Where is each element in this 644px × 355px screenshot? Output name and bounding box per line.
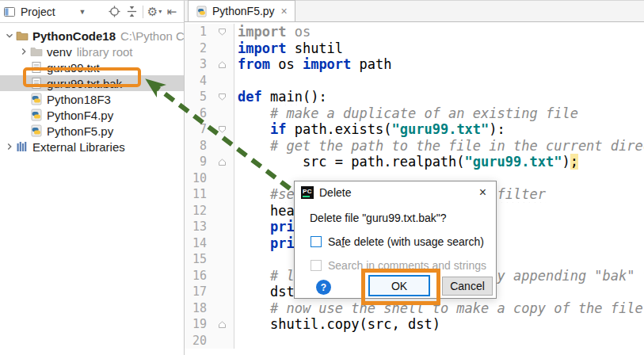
search-comments-checkbox: [311, 260, 322, 271]
code-text[interactable]: def main():: [234, 89, 644, 105]
fold-down-icon[interactable]: [210, 24, 234, 40]
ok-button[interactable]: OK: [368, 275, 430, 296]
tree-item-label: guru99.txt.bak: [47, 77, 122, 90]
fold-up-icon[interactable]: [210, 56, 234, 73]
code-text[interactable]: import os: [234, 24, 644, 40]
line-number: 16: [185, 268, 210, 284]
project-view-dropdown-icon[interactable]: ▼: [59, 8, 86, 16]
tree-item-guru99-txt[interactable]: guru99.txt: [0, 59, 184, 75]
fold-gutter: [210, 251, 234, 268]
pycharm-logo-icon: PC: [301, 186, 314, 199]
code-line-7[interactable]: 7 if path.exists("guru99.txt"):: [185, 121, 644, 138]
fold-down-icon[interactable]: [210, 121, 234, 138]
line-number: 17: [185, 284, 210, 300]
code-line-20[interactable]: 20: [185, 333, 644, 349]
python-icon: [30, 93, 43, 105]
code-text[interactable]: shutil.copy(src, dst): [234, 316, 644, 333]
tree-item-suffix: C:\Python Code\PythonCode18: [120, 29, 184, 43]
tree-item-python18f3[interactable]: Python18F3: [0, 91, 184, 107]
line-number: 4: [185, 73, 210, 90]
fold-gutter: [210, 105, 234, 122]
tree-item-label: venv: [47, 45, 72, 59]
code-text[interactable]: [234, 73, 644, 90]
code-text[interactable]: src = path.realpath("guru99.txt");: [234, 154, 644, 170]
line-number: 15: [185, 251, 210, 268]
line-number: 1: [185, 24, 210, 40]
dialog-title-bar[interactable]: PC Delete ×: [295, 181, 496, 204]
search-comments-label: Search in comments and strings: [328, 259, 486, 272]
project-tree: PythonCode18C:\Python Code\PythonCode18v…: [0, 23, 184, 155]
code-line-3[interactable]: 3from os import path: [185, 56, 644, 73]
collapse-all-icon[interactable]: [123, 4, 140, 20]
fold-down-icon[interactable]: [210, 89, 234, 105]
python-icon: [30, 109, 43, 121]
tab-pythonf5[interactable]: PythonF5.py ×: [188, 0, 295, 21]
tree-item-label: PythonF5.py: [47, 124, 113, 138]
code-line-1[interactable]: 1import os: [185, 24, 644, 40]
fold-gutter: [210, 333, 234, 349]
code-line-18[interactable]: 18 # now use the shell to make a copy of…: [185, 300, 644, 317]
help-button[interactable]: ?: [316, 280, 331, 295]
tab-close-icon[interactable]: ×: [281, 6, 288, 17]
code-text[interactable]: if path.exists("guru99.txt"):: [234, 121, 644, 138]
tree-item-venv[interactable]: venvlibrary root: [0, 44, 184, 59]
tree-item-external-libraries[interactable]: External Libraries: [0, 139, 184, 155]
folder-dim-icon: [30, 45, 43, 58]
tree-item-label: PythonF4.py: [47, 109, 113, 122]
chevron-down-icon[interactable]: [3, 29, 16, 42]
text-file-icon: [30, 77, 43, 90]
tree-item-pythonf4-py[interactable]: PythonF4.py: [0, 107, 184, 123]
fold-gutter: [210, 235, 234, 252]
line-number: 3: [185, 56, 210, 73]
line-number: 13: [185, 219, 210, 235]
fold-gutter: [210, 300, 234, 317]
dialog-message: Delete file "guru99.txt.bak"?: [310, 212, 496, 224]
line-number: 6: [185, 105, 210, 122]
folder-icon: [16, 29, 29, 42]
tab-label: PythonF5.py: [212, 5, 275, 17]
code-text[interactable]: [234, 333, 644, 349]
fold-gutter: [210, 219, 234, 235]
code-text[interactable]: from os import path: [234, 56, 644, 73]
code-text[interactable]: # now use the shell to make a copy of th…: [234, 300, 644, 317]
fold-up-icon[interactable]: [210, 154, 234, 170]
safe-delete-checkbox-row[interactable]: Safe delete (with usage search): [311, 235, 496, 248]
fold-gutter: [210, 73, 234, 90]
dialog-title: Delete: [319, 186, 351, 199]
tree-item-label: PythonCode18: [32, 29, 116, 43]
fold-gutter: [210, 40, 234, 57]
tree-item-label: guru99.txt: [47, 61, 100, 74]
project-panel: Project ▼ ⚙▾ ⇤ PythonCode18C:\Python Cod…: [0, 0, 185, 355]
code-line-4[interactable]: 4: [185, 73, 644, 90]
code-line-2[interactable]: 2import shutil: [185, 40, 644, 57]
line-number: 20: [185, 333, 210, 349]
line-number: 8: [185, 138, 210, 155]
tree-item-guru99-txt-bak[interactable]: guru99.txt.bak: [0, 75, 184, 91]
project-panel-header: Project ▼ ⚙▾ ⇤: [0, 1, 184, 23]
tree-item-pythoncode18[interactable]: PythonCode18C:\Python Code\PythonCode18: [0, 28, 184, 44]
code-text[interactable]: # make a duplicate of an existing file: [234, 105, 644, 122]
chevron-right-icon[interactable]: [17, 45, 30, 58]
code-line-9[interactable]: 9 src = path.realpath("guru99.txt");: [185, 154, 644, 170]
locate-icon[interactable]: [105, 4, 123, 20]
code-line-19[interactable]: 19 shutil.copy(src, dst): [185, 316, 644, 333]
toolbar-divider: [143, 6, 143, 18]
tree-item-pythonf5-py[interactable]: PythonF5.py: [0, 123, 184, 139]
project-tool-window-icon: [3, 6, 16, 18]
code-line-8[interactable]: 8 # get the path to the file in the curr…: [185, 138, 644, 155]
tree-item-label: External Libraries: [32, 140, 125, 154]
hide-panel-icon[interactable]: ⇤: [163, 4, 181, 20]
code-line-5[interactable]: 5def main():: [185, 89, 644, 105]
cancel-button[interactable]: Cancel: [442, 277, 493, 296]
chevron-right-icon[interactable]: [3, 140, 16, 153]
search-comments-checkbox-row: Search in comments and strings: [311, 259, 496, 272]
python-icon: [30, 124, 43, 137]
code-text[interactable]: # get the path to the file in the curren…: [234, 138, 644, 155]
fold-up-icon[interactable]: [210, 316, 234, 333]
code-line-6[interactable]: 6 # make a duplicate of an existing file: [185, 105, 644, 122]
settings-gear-icon[interactable]: ⚙▾: [146, 4, 163, 20]
safe-delete-checkbox[interactable]: [311, 236, 322, 247]
dialog-close-icon[interactable]: ×: [476, 185, 490, 200]
line-number: 14: [185, 235, 210, 252]
code-text[interactable]: import shutil: [234, 40, 644, 57]
